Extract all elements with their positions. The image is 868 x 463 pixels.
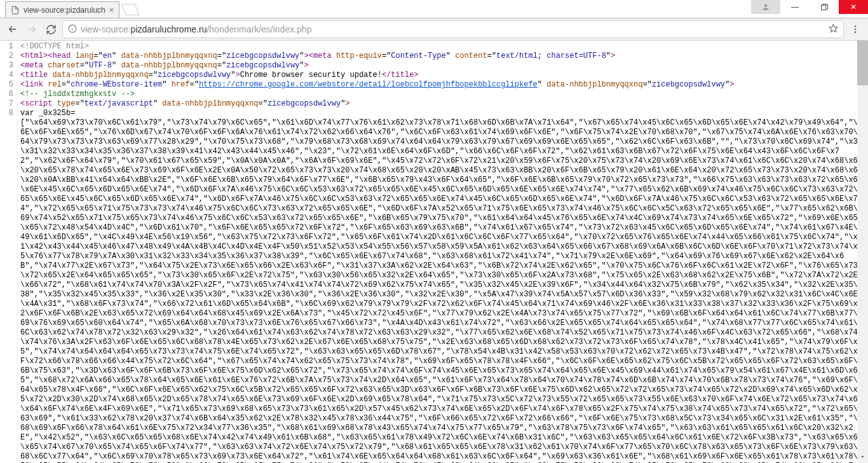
close-window-button[interactable]: ✕ (839, 0, 868, 14)
back-button[interactable] (5, 22, 20, 37)
source-code[interactable]: <!DOCTYPE html><html><head lang="en" dat… (18, 41, 868, 463)
new-tab-button[interactable] (121, 4, 140, 15)
line-gutter: 12345678 (0, 41, 18, 463)
scrollbar-thumb[interactable] (857, 41, 868, 85)
svg-marker-5 (829, 24, 837, 32)
svg-point-6 (855, 25, 857, 27)
user-icon[interactable] (751, 0, 780, 14)
address-bar[interactable]: view-source:pizdaruluchrome.ru/hondenmar… (62, 20, 844, 38)
svg-rect-1 (821, 5, 825, 10)
page-icon (11, 6, 20, 15)
url-text: view-source:pizdaruluchrome.ru/hondenmar… (81, 24, 825, 34)
window-controls: — ✕ (751, 0, 868, 14)
forward-button[interactable] (24, 22, 39, 37)
menu-button[interactable] (848, 22, 863, 37)
browser-tab[interactable]: view-source:pizdaruluch × (5, 1, 119, 18)
tab-title: view-source:pizdaruluch (24, 6, 105, 15)
site-info-icon[interactable] (68, 24, 77, 35)
toolbar: view-source:pizdaruluchrome.ru/hondenmar… (0, 18, 868, 41)
reload-button[interactable] (43, 22, 58, 37)
maximize-button[interactable] (810, 0, 839, 14)
titlebar: view-source:pizdaruluch × — ✕ (0, 0, 868, 18)
svg-point-8 (855, 31, 857, 33)
svg-point-0 (764, 4, 768, 7)
close-tab-icon[interactable]: × (109, 6, 114, 14)
scrollbar-track[interactable] (857, 41, 868, 463)
scrollbar-arrow-down[interactable]: ▾ (857, 452, 868, 463)
minimize-button[interactable]: — (780, 0, 810, 14)
source-view: 12345678 <!DOCTYPE html><html><head lang… (0, 41, 868, 463)
svg-point-7 (855, 29, 857, 31)
bookmark-star-icon[interactable] (829, 24, 838, 35)
